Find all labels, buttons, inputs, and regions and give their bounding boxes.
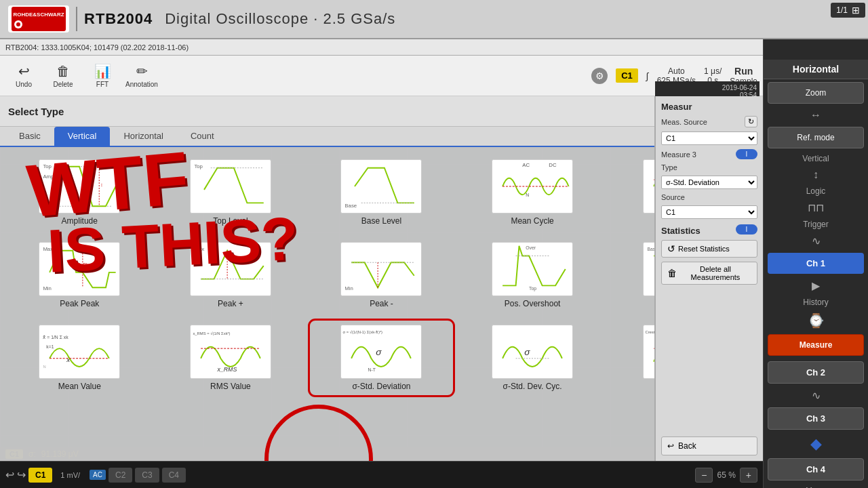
measure-item-peak-minus[interactable]: Min Peak - [310,238,453,312]
svg-text:σ: σ [376,347,382,357]
zoom-minus-button[interactable]: − [695,468,713,483]
main-panel: RTB2004: 1333.1005K04; 101479 (02.202 20… [0,39,763,488]
history-icon-row: ⌚ [764,310,868,331]
measure-item-base-level[interactable]: Base Base Level [310,155,453,230]
logic-label: Logic [764,184,868,199]
menu-label: Menu [764,483,868,488]
measure-label-peak-peak: Peak Peak [60,299,99,308]
reset-icon: ↺ [667,243,675,254]
bottom-ch3-button[interactable]: C3 [135,468,159,483]
dialog-content: Top Amp Base ↕ [0,147,763,461]
ref-mode-button[interactable]: Ref. mode [768,127,864,148]
reset-stats-label: Reset Statistics [678,245,730,253]
svg-text:↕: ↕ [100,182,102,187]
bottom-ch2-button[interactable]: C2 [108,468,132,483]
fft-label: FFT [96,81,108,88]
history-label: History [764,295,868,310]
vertical-label: Vertical [764,151,868,166]
logic-icon: ⊓⊓ [808,201,824,214]
measure-thumb-mean-cycle: AC DC N [492,159,573,214]
tab-basic[interactable]: Basic [5,127,54,147]
tab-count[interactable]: Count [177,127,228,147]
fft-icon: 📊 [94,63,111,79]
dialog-tabs: Basic Vertical Horizontal Count [0,127,763,147]
mrp-type-label: Type [661,163,677,171]
mrp-source2-select[interactable]: C1 [661,205,757,219]
measure-item-top-level[interactable]: Top Top Level [159,155,302,230]
measure-item-std-deviation[interactable]: σ = √(1/(N-1) Σ(xk-x̄)²) σ N-T σ-Std. De… [310,321,453,395]
bottom-ch1-button[interactable]: C1 [28,468,52,483]
svg-text:N: N [43,365,46,369]
annotation-button[interactable]: ✏ Annotation [123,58,160,94]
measure-item-peak-peak[interactable]: Max Min Pk-Pk Peak Peak [8,238,151,312]
mrp-stats-toggle[interactable]: I [736,224,757,235]
mrp-stats-title: Statistics [661,226,701,236]
zoom-percent: 65 % [717,470,735,480]
tab-horizontal[interactable]: Horizontal [110,127,177,147]
measure-item-std-dev-cyc[interactable]: σ σ-Std. Dev. Cyc. [461,321,604,395]
undo-button[interactable]: ↩ Undo [5,58,42,94]
delete-icon: 🗑 [667,268,677,279]
svg-text:σ: σ [524,347,530,357]
mrp-type-select[interactable]: σ-Std. Deviation [661,176,757,189]
back-label: Back [678,441,696,451]
status-bar: RTB2004: 1333.1005K04; 101479 (02.202 20… [0,39,763,56]
svg-text:Min: Min [345,285,354,291]
vertical-icon-row: ↕ [764,166,868,184]
fft-button[interactable]: 📊 FFT [84,58,121,94]
delete-button[interactable]: 🗑 Delete [45,58,81,94]
zoom-plus-button[interactable]: + [740,468,757,483]
reset-statistics-button[interactable]: ↺ Reset Statistics [661,240,757,258]
right-panel: 2019-06-2403:54 Horizontal Zoom ↔ Ref. m… [763,39,868,488]
auto-label: Auto [668,66,685,76]
tab-vertical[interactable]: Vertical [54,127,111,147]
grid-icon: ⊞ [852,5,860,16]
delete-all-label: Delete all Measurements [679,265,751,281]
badge-text: 1/1 [836,5,848,15]
measure-dialog: Select Type × Basic Vertical Horizontal … [0,96,763,461]
back-button[interactable]: ↩ Back [661,436,757,455]
measure-item-rms-value[interactable]: x_RMS = √(1/N Σxk²) x_RMS RMS Value [159,321,302,395]
ch2-button[interactable]: Ch 2 [768,361,864,384]
svg-text:Top: Top [43,163,52,169]
svg-text:ROHDE&SCHWARZ: ROHDE&SCHWARZ [13,12,64,18]
annotation-icon: ✏ [136,63,148,79]
ch3-button[interactable]: Ch 3 [768,407,864,430]
gear-button[interactable]: ⚙ [591,68,608,84]
header-title: RTB2004 [84,10,153,28]
measure-thumb-mean-value: x̄ = 1/N Σ xk k=1 x̄ N [39,325,120,379]
measure-label-std-deviation: σ-Std. Deviation [352,382,410,391]
measure-thumb-rms-value: x_RMS = √(1/N Σxk²) x_RMS [190,325,271,379]
measure-label-amplitude: Amplitude [62,216,98,226]
measure-side-button[interactable]: Measure [768,334,864,356]
history-icon: ⌚ [808,312,825,329]
delete-icon: 🗑 [56,64,70,79]
ch-indicator: C1 [616,68,638,83]
measure-thumb-peak-peak: Max Min Pk-Pk [39,242,120,296]
measure-item-pos-overshoot[interactable]: Over Top Pos. Overshoot [461,238,604,312]
measure-item-mean-cycle[interactable]: AC DC N Mean Cycle [461,155,604,230]
bottom-undo-button[interactable]: ↩ [5,468,14,481]
waveform-area: Select Type × Basic Vertical Horizontal … [0,96,763,461]
diamond-icon: ◆ [810,435,822,453]
ch4-button[interactable]: Ch 4 [768,458,864,481]
svg-text:Min: Min [43,285,52,291]
delete-all-measurements-button[interactable]: 🗑 Delete all Measurements [661,262,757,285]
bottom-redo-button[interactable]: ↪ [17,468,26,481]
ch1-button[interactable]: Ch 1 [768,253,864,274]
measure-item-amplitude[interactable]: Top Amp Base ↕ [8,155,151,230]
mrp-source2-label: Source [661,193,685,201]
svg-text:x_RMS = √(1/N Σxk²): x_RMS = √(1/N Σxk²) [193,331,230,336]
svg-rect-50 [40,325,119,378]
svg-text:Max: Max [43,246,54,252]
horizontal-icon: ↔ [810,109,821,121]
measure-item-peak-plus[interactable]: Max Peak + [159,238,302,312]
svg-text:Amp: Amp [43,174,55,180]
measure-label-peak-minus: Peak - [370,299,393,308]
bottom-ch4-button[interactable]: C4 [162,468,186,483]
measure-thumb-std-deviation: σ = √(1/(N-1) Σ(xk-x̄)²) σ N-T [340,325,422,379]
mrp-measure3-toggle[interactable]: I [736,149,757,159]
dialog-title: Select Type [8,106,64,117]
measure-item-mean-value[interactable]: x̄ = 1/N Σ xk k=1 x̄ N Mean Value [8,321,151,395]
zoom-side-button[interactable]: Zoom [768,82,864,104]
